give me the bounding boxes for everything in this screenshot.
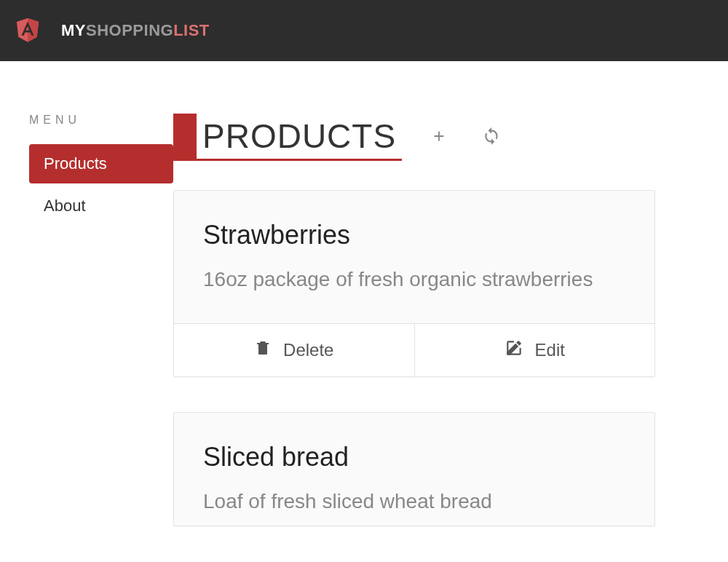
edit-label: Edit <box>535 340 565 360</box>
sidebar-item-label: Products <box>44 154 107 173</box>
menu-label: MENU <box>29 114 173 127</box>
delete-label: Delete <box>283 340 333 360</box>
brand-title: MYSHOPPINGLIST <box>61 21 210 40</box>
edit-icon <box>505 339 523 362</box>
refresh-button[interactable] <box>482 127 501 149</box>
header-actions <box>431 127 501 149</box>
brand-part-my: MY <box>61 21 86 39</box>
refresh-icon <box>482 127 501 149</box>
product-description: Loaf of fresh sliced wheat bread <box>203 484 625 519</box>
add-product-button[interactable] <box>431 127 447 149</box>
sidebar-item-label: About <box>44 197 86 215</box>
sidebar: MENU Products About <box>0 114 173 526</box>
edit-button[interactable]: Edit <box>415 324 655 376</box>
brand-part-list: LIST <box>173 21 210 39</box>
product-card: Sliced bread Loaf of fresh sliced wheat … <box>173 412 655 527</box>
product-card-body: Sliced bread Loaf of fresh sliced wheat … <box>174 413 654 526</box>
sidebar-item-products[interactable]: Products <box>29 144 173 183</box>
page-title: PRODUCTS <box>197 114 402 159</box>
delete-button[interactable]: Delete <box>174 324 415 376</box>
product-name: Sliced bread <box>203 442 625 472</box>
product-actions: Delete Edit <box>174 323 654 376</box>
title-block: PRODUCTS <box>173 114 402 161</box>
brand-part-shopping: SHOPPING <box>86 21 173 39</box>
page-header: PRODUCTS <box>173 114 655 161</box>
main-content: PRODUCTS <box>173 114 728 526</box>
angular-logo-icon <box>15 15 61 46</box>
trash-icon <box>254 339 272 361</box>
product-name: Strawberries <box>203 220 625 250</box>
sidebar-item-about[interactable]: About <box>29 186 173 226</box>
app-header: MYSHOPPINGLIST <box>0 0 728 61</box>
plus-icon <box>431 128 447 147</box>
product-description: 16oz package of fresh organic strawberri… <box>203 262 625 297</box>
content-area: MENU Products About PRODUCTS <box>0 61 728 526</box>
title-accent <box>173 114 197 159</box>
product-card: Strawberries 16oz package of fresh organ… <box>173 190 655 377</box>
product-card-body: Strawberries 16oz package of fresh organ… <box>174 191 654 323</box>
